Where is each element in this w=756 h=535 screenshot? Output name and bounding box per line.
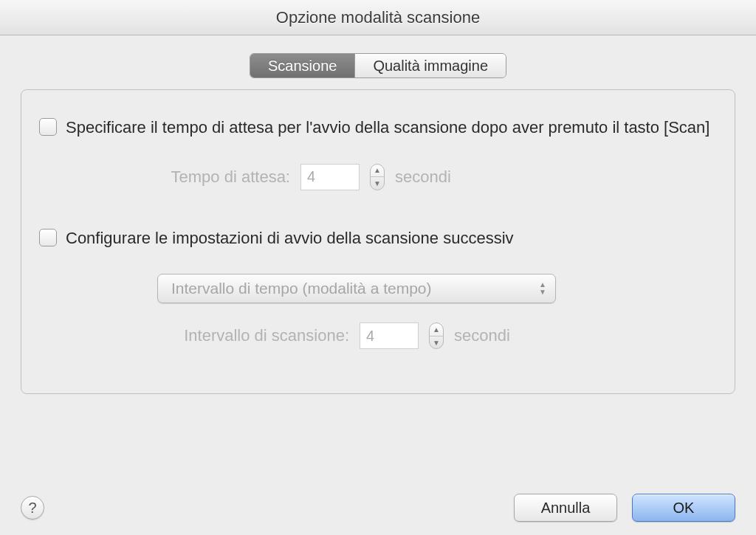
- mode-select-label: Intervallo di tempo (modalità a tempo): [171, 280, 432, 297]
- interval-unit: secondi: [454, 326, 510, 345]
- tab-container: Scansione Qualità immagine: [21, 53, 735, 78]
- ok-button[interactable]: OK: [632, 494, 735, 522]
- scan-options-window: Opzione modalità scansione Scansione Qua…: [0, 0, 756, 535]
- up-down-arrows-icon: ▲▼: [539, 282, 546, 295]
- help-button[interactable]: ?: [21, 496, 44, 520]
- checkbox-specify-wait-time[interactable]: [39, 118, 57, 136]
- chevron-up-icon: ▲: [430, 323, 443, 336]
- options-group: Specificare il tempo di attesa per l'avv…: [21, 89, 735, 394]
- ok-button-label: OK: [673, 500, 695, 517]
- chevron-down-icon: ▼: [371, 177, 384, 190]
- cancel-button[interactable]: Annulla: [514, 494, 617, 522]
- wait-time-unit: secondi: [395, 168, 451, 187]
- mode-select-row: Intervallo di tempo (modalità a tempo) ▲…: [157, 274, 717, 303]
- cancel-button-label: Annulla: [541, 500, 591, 517]
- chevron-up-icon: ▲: [371, 165, 384, 178]
- tab-bar: Scansione Qualità immagine: [250, 53, 506, 78]
- checkbox-configure-next-scan[interactable]: [39, 229, 57, 246]
- chevron-down-icon: ▼: [430, 336, 443, 349]
- tab-scan[interactable]: Scansione: [250, 54, 355, 77]
- mode-select[interactable]: Intervallo di tempo (modalità a tempo) ▲…: [157, 274, 556, 303]
- tab-image-quality-label: Qualità immagine: [373, 58, 488, 75]
- titlebar: Opzione modalità scansione: [0, 0, 756, 35]
- interval-input[interactable]: [360, 322, 419, 349]
- label-specify-wait-time: Specificare il tempo di attesa per l'avv…: [66, 117, 709, 139]
- dialog-footer: ? Annulla OK: [0, 480, 756, 535]
- content-area: Scansione Qualità immagine Specificare i…: [0, 35, 756, 480]
- tab-scan-label: Scansione: [268, 58, 337, 75]
- interval-stepper[interactable]: ▲ ▼: [429, 322, 444, 349]
- tab-image-quality[interactable]: Qualità immagine: [355, 54, 506, 77]
- wait-time-label: Tempo di attesa:: [142, 168, 290, 187]
- help-icon: ?: [28, 500, 36, 517]
- option-next-scan-row: Configurare le impostazioni di avvio del…: [39, 227, 717, 249]
- wait-time-input-row: Tempo di attesa: ▲ ▼ secondi: [142, 164, 717, 190]
- wait-time-stepper[interactable]: ▲ ▼: [370, 164, 385, 190]
- interval-input-row: Intervallo di scansione: ▲ ▼ secondi: [142, 322, 717, 349]
- window-title: Opzione modalità scansione: [276, 8, 480, 27]
- interval-label: Intervallo di scansione:: [142, 326, 349, 345]
- option-wait-time-row: Specificare il tempo di attesa per l'avv…: [39, 117, 717, 139]
- label-configure-next-scan: Configurare le impostazioni di avvio del…: [66, 227, 514, 249]
- wait-time-input[interactable]: [300, 164, 360, 190]
